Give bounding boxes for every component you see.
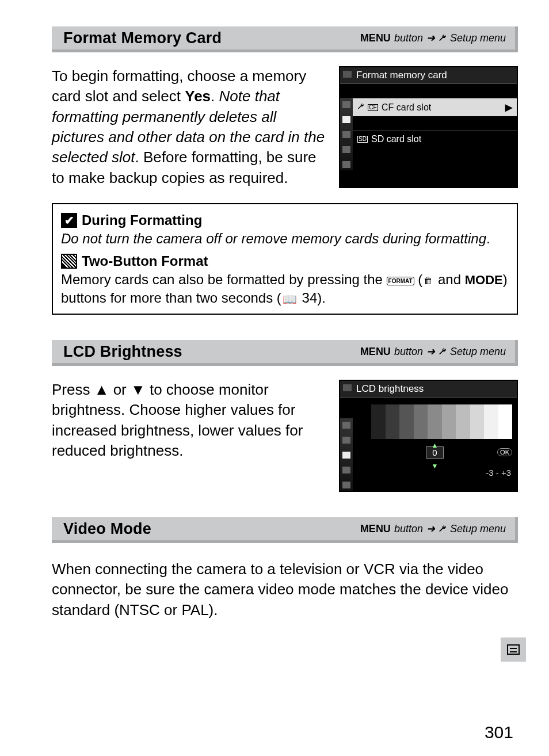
page-ref: 34). [298,290,326,306]
wrench-icon [357,102,365,113]
text: ( [414,272,423,287]
section-title-lcd: LCD Brightness [63,343,182,361]
button-word: button [394,346,423,358]
lcd-format-screenshot: Format memory card CF CF card slot ▶ SD … [339,66,518,188]
section-path-format: MENU button ➜ Setup menu [360,32,506,44]
yes-word: Yes [185,87,211,105]
note-body-two-button: Memory cards can also be formatted by pr… [61,270,509,307]
arrow-down-icon: ▼ [432,462,439,470]
pencil-icon [61,254,77,269]
note-head-two-button: Two-Button Format [61,253,509,269]
lcd-title: LCD brightness [340,381,517,398]
format-icon: FORMAT [387,277,414,285]
section-title-video: Video Mode [63,520,151,538]
note-title: Two-Button Format [82,253,208,269]
text: Memory cards can also be formatted by pr… [61,272,387,287]
text: . [211,87,219,105]
note-head-formatting: ✔ During Formatting [61,212,509,228]
note-italic: Do not turn the camera off or remove mem… [61,231,486,246]
lcd-body-text: Press ▲ or ▼ to choose monitor brightnes… [52,380,331,492]
sd-slot-icon: SD [357,136,368,143]
cf-slot-label: CF card slot [382,102,431,113]
video-body-text: When connecting the camera to a televisi… [52,559,518,620]
sd-slot-label: SD card slot [371,134,421,144]
lcd-body: ▲ 0 OK ▼ -3 - +3 [340,404,517,491]
lcd-side-icons [340,418,353,491]
wrench-icon [439,33,447,43]
format-body-text: To begin formatting, choose a memory car… [52,66,331,188]
lcd-body: CF CF card slot ▶ SD SD card slot [340,84,517,170]
brightness-bars [357,404,512,439]
lcd-title: Format memory card [340,67,517,84]
lcd-row-sd: SD SD card slot [353,130,517,148]
caution-icon: ✔ [61,213,77,228]
list-icon [507,644,520,655]
button-word: button [394,523,423,535]
ok-badge: OK [497,448,512,456]
page-number: 301 [485,723,513,742]
arrow-right-icon: ➜ [426,522,435,535]
note-title: During Formatting [82,212,202,228]
setup-menu-label: Setup menu [450,32,506,44]
section-path-video: MENU button ➜ Setup menu [360,522,506,535]
section-bar-lcd: LCD Brightness MENU button ➜ Setup menu [52,340,518,366]
note-body-formatting: Do not turn the camera off or remove mem… [61,230,509,247]
section-title-format: Format Memory Card [63,29,222,47]
chevron-right-icon: ▶ [505,102,512,113]
setup-menu-side-tab [501,637,526,662]
wrench-icon [439,346,447,357]
arrow-right-icon: ➜ [426,32,435,44]
format-body-block: To begin formatting, choose a memory car… [52,66,518,188]
section-bar-video: Video Mode MENU button ➜ Setup menu [52,517,518,543]
arrow-right-icon: ➜ [426,345,435,358]
brightness-slider: ▲ 0 OK ▼ [353,442,517,462]
section-bar-format: Format Memory Card MENU button ➜ Setup m… [52,26,518,52]
menu-label: MENU [360,523,391,535]
wrench-icon [439,524,447,534]
trash-icon: 🗑 [422,275,434,287]
cf-slot-icon: CF [368,104,378,111]
menu-label: MENU [360,32,391,44]
setup-menu-label: Setup menu [450,523,506,535]
menu-label: MENU [360,346,391,358]
notes-box: ✔ During Formatting Do not turn the came… [52,203,518,315]
book-icon: 📖 [281,292,298,307]
section-path-lcd: MENU button ➜ Setup menu [360,345,506,358]
lcd-side-icons [340,98,353,170]
lcd-brightness-screenshot: LCD brightness ▲ 0 OK ▼ -3 - +3 [339,380,518,492]
lcd-row-cf: CF CF card slot ▶ [353,98,517,116]
mode-label: MODE [465,273,503,287]
arrow-up-icon: ▲ [432,441,439,449]
text: and [434,272,464,287]
setup-menu-label: Setup menu [450,346,506,358]
button-word: button [394,32,423,44]
lcd-body-block: Press ▲ or ▼ to choose monitor brightnes… [52,380,518,492]
